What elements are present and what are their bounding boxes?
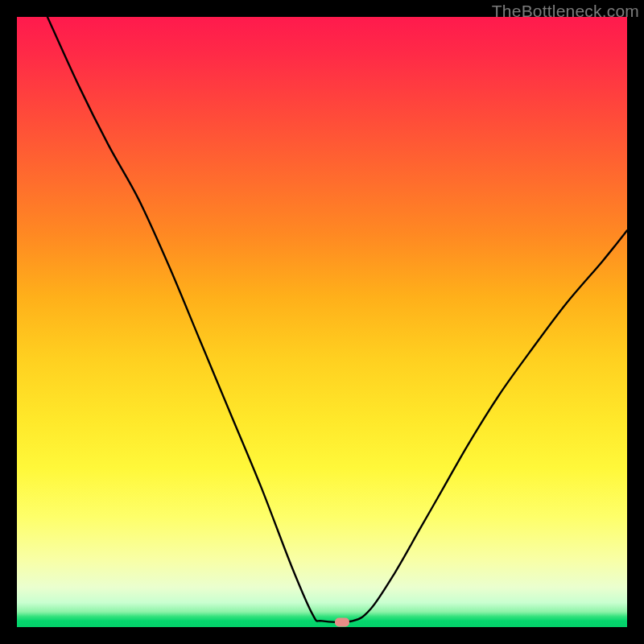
chart-stage: TheBottleneck.com	[0, 0, 644, 644]
plot-area	[17, 17, 627, 627]
bottleneck-curve-path	[47, 17, 627, 622]
bottleneck-curve	[17, 17, 627, 627]
optimal-point-marker	[335, 617, 349, 626]
